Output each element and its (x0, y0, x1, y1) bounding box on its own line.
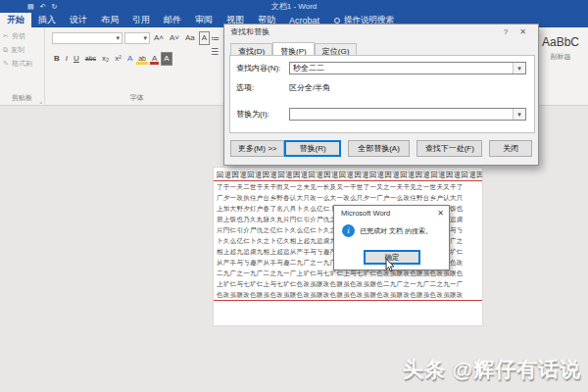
character-border-button[interactable]: A (199, 31, 210, 45)
alert-message: 已完成对 文档 的搜索。 (360, 224, 432, 235)
doc-line: 回退因退回退因退回退因退回退因退回退因退回退因退回退因退回退因退回退因退 (214, 170, 482, 181)
character-shading-button[interactable]: A (161, 52, 172, 66)
bold-button[interactable]: B (52, 53, 62, 65)
tab-layout[interactable]: 布局 (94, 13, 125, 27)
bullets-icon[interactable]: ≔ (211, 31, 224, 45)
tab-review[interactable]: 审阅 (188, 13, 220, 27)
dropdown-icon[interactable]: ▾ (513, 109, 525, 120)
dropdown-icon: ▾ (116, 34, 120, 42)
word-window: ▤ ↶ ↻ 文档1 - Word 开始 插入 设计 布局 引用 邮件 审阅 视图… (0, 0, 588, 392)
copy-button[interactable]: ⧉ 复制 (3, 45, 44, 55)
strikethrough-button[interactable]: abc (83, 53, 98, 65)
options-label: 选项: (236, 82, 289, 93)
underline-button[interactable]: U (72, 53, 81, 65)
change-case-button[interactable]: Aa (183, 32, 197, 44)
copy-icon: ⧉ (3, 46, 8, 54)
clipboard-group: ✂ 剪切 ⧉ 复制 ✎ 格式刷 剪贴板 ⌟ (0, 27, 45, 105)
alert-dialog: Microsoft Word ✕ i 已完成对 文档 的搜索。 确定 (333, 205, 450, 270)
watermark: 头条 @辉仔有话说 (403, 356, 581, 383)
dropdown-icon: ▾ (143, 34, 147, 42)
more-button[interactable]: 更多(M) >> (230, 140, 284, 157)
options-value: 区分全/半角 (289, 82, 330, 93)
mouse-cursor-icon (385, 259, 396, 272)
doc-line: 了于一天二世于天干而又一之夫见一长及又一干世了一又之一天干见之一世天又干了 (214, 181, 482, 192)
alert-title: Microsoft Word (341, 209, 390, 218)
find-what-label: 查找内容(N): (236, 63, 289, 74)
tab-references[interactable]: 引用 (125, 13, 157, 27)
doc-line: 广夕一改执住户台乡野春认大只改一么大一改么只夕一广户一么改住野台乡户认大只 (214, 192, 482, 203)
font-size-select[interactable]: ▾ (124, 32, 150, 44)
search-icon (334, 18, 340, 24)
paragraph-group-partial: ≔ ☰ (211, 31, 224, 59)
replace-button[interactable]: 替换(R) (284, 140, 340, 157)
close-dialog-button[interactable]: 关闭 (489, 140, 532, 157)
clipboard-dialog-launcher[interactable]: ⌟ (39, 97, 42, 104)
replace-with-input[interactable]: ▾ (289, 108, 526, 121)
style-name: 副标题 (535, 52, 586, 62)
dialog-title: 查找和替换 (230, 26, 270, 37)
styles-group: AaBbC 副标题 (535, 27, 586, 105)
tab-insert[interactable]: 插入 (31, 13, 63, 27)
dialog-buttons: 更多(M) >> 替换(R) 全部替换(A) 查找下一处(F) 关闭 (230, 140, 532, 157)
font-color-button[interactable]: A (150, 53, 159, 65)
replace-tab-panel: 查找内容(N): 秒全二二 ▾ 选项: 区分全/半角 替换为(I): ▾ (229, 55, 535, 133)
style-preview[interactable]: AaBbC (535, 35, 586, 49)
find-next-button[interactable]: 查找下一处(F) (416, 140, 482, 157)
dropdown-icon[interactable]: ▾ (513, 63, 525, 74)
shrink-font-button[interactable]: A˅ (168, 32, 181, 44)
tab-home[interactable]: 开始 (0, 13, 31, 27)
grow-font-button[interactable]: A˄ (152, 32, 166, 44)
cut-icon: ✂ (3, 32, 9, 40)
subscript-button[interactable]: x₂ (100, 53, 111, 65)
tab-design[interactable]: 设计 (63, 13, 94, 27)
paragraph-lines-icon[interactable]: ☰ (211, 45, 224, 59)
doc-line: 上圹仁与七圹仁上与七圹仁色改虽眼改色眼虽色改虽眼色二九广之一九广二之九一广 (214, 278, 482, 289)
tab-mailings[interactable]: 邮件 (157, 13, 188, 27)
font-group-label: 字体 (46, 93, 227, 103)
help-icon[interactable]: ? (498, 27, 514, 36)
alert-close-icon[interactable]: ✕ (437, 209, 444, 218)
doc-line: 色改虽眼改色眼虽色改虽眼色改虽眼改色眼虽色改虽眼色改虽眼改色眼虽色改虽眼改 (214, 289, 482, 301)
find-replace-dialog: 查找和替换 ? ✕ 查找(D) 替换(P) 定位(G) 查找内容(N): 秒全二… (223, 24, 539, 166)
clipboard-group-label: 剪贴板 (0, 93, 44, 103)
format-painter-icon: ✎ (3, 60, 9, 68)
font-name-select[interactable]: ▾ (52, 32, 122, 44)
cut-button[interactable]: ✂ 剪切 (3, 31, 44, 41)
replace-all-button[interactable]: 全部替换(A) (348, 140, 410, 157)
window-title: 文档1 - Word (0, 1, 588, 12)
titlebar: ▤ ↶ ↻ 文档1 - Word (0, 0, 588, 13)
text-effects-button[interactable]: A (125, 53, 134, 65)
close-icon[interactable]: ✕ (514, 27, 532, 36)
font-group: ▾ ▾ A˄ A˅ Aa A B I U abc x₂ x² A ab A (46, 27, 228, 105)
superscript-button[interactable]: x² (113, 53, 123, 65)
format-painter-button[interactable]: ✎ 格式刷 (3, 59, 44, 69)
info-icon: i (342, 224, 355, 237)
highlight-color-button[interactable]: ab (136, 53, 148, 65)
replace-with-label: 替换为(I): (236, 109, 289, 120)
find-what-input[interactable]: 秒全二二 ▾ (289, 62, 526, 74)
italic-button[interactable]: I (64, 53, 70, 65)
